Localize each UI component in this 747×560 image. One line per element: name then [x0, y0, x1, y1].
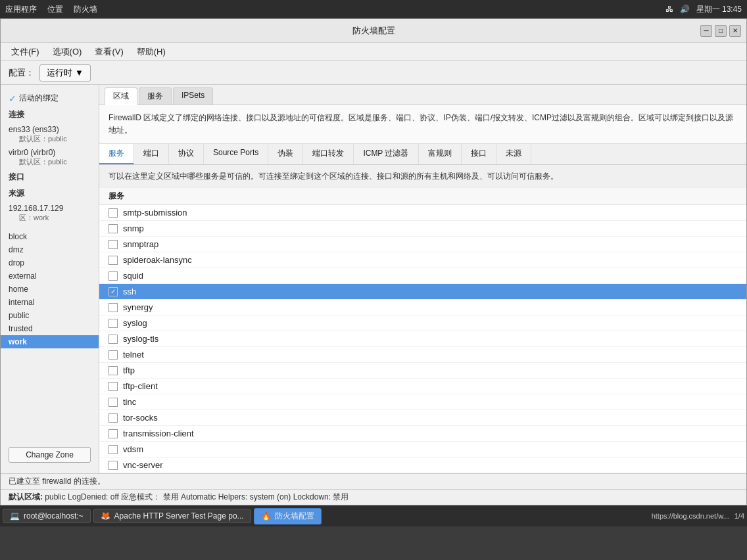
minimize-button[interactable]: ─	[700, 25, 712, 37]
taskbar-item-terminal[interactable]: 💻root@localhost:~	[3, 509, 91, 523]
zone-list: blockdmzdropexternalhomeinternalpublictr…	[1, 230, 99, 348]
service-checkbox-spideroak-lansync[interactable]	[108, 256, 118, 265]
sidebar-item-dmz[interactable]: dmz	[1, 243, 99, 256]
sub-tab-接口[interactable]: 接口	[462, 144, 496, 164]
apps-menu[interactable]: 应用程序	[5, 4, 37, 15]
taskbar-item-firewall[interactable]: 🔥防火墙配置	[254, 508, 322, 525]
sidebar-item-public[interactable]: public	[1, 309, 99, 322]
sub-tab-服务[interactable]: 服务	[99, 144, 134, 164]
service-checkbox-syslog[interactable]	[108, 319, 118, 328]
service-label-syslog-tls: syslog-tls	[123, 334, 158, 344]
toolbar: 配置： 运行时 ▼	[1, 61, 746, 85]
service-row-tor-socks[interactable]: tor-socks	[99, 410, 746, 426]
service-row-smtp-submission[interactable]: smtp-submission	[99, 205, 746, 221]
connection-status: 已建立至 firewalld 的连接。	[9, 477, 105, 486]
lockdown-label: Lockdown:	[293, 492, 331, 502]
source-zone-label: 区：work	[9, 213, 91, 223]
service-row-syslog[interactable]: syslog	[99, 315, 746, 331]
sidebar-item-virbr0[interactable]: virbr0 (virbr0) 默认区：public	[1, 146, 99, 169]
service-checkbox-smtp-submission[interactable]	[108, 208, 118, 218]
service-checkbox-telnet[interactable]	[108, 350, 118, 360]
tab-区域[interactable]: 区域	[105, 87, 137, 105]
service-row-telnet[interactable]: telnet	[99, 347, 746, 363]
window-title: 防火墙配置	[352, 25, 395, 37]
service-row-synergy[interactable]: synergy	[99, 300, 746, 315]
services-list: smtp-submissionsnmpsnmptrapspideroak-lan…	[99, 205, 746, 473]
firewall-menu[interactable]: 防火墙	[74, 4, 97, 15]
service-checkbox-snmptrap[interactable]	[108, 240, 118, 249]
runtime-button[interactable]: 运行时 ▼	[39, 64, 91, 82]
taskbar-right: https://blog.csdn.net/w... 1/4	[652, 512, 744, 520]
service-checkbox-vnc-server[interactable]	[108, 461, 118, 470]
service-checkbox-transmission-client[interactable]	[108, 429, 118, 438]
active-binding-icon: ✓	[9, 93, 16, 104]
service-checkbox-tftp-client[interactable]	[108, 382, 118, 391]
terminal-label: root@localhost:~	[24, 511, 84, 521]
service-checkbox-squid[interactable]	[108, 271, 118, 281]
sub-tab-端口转发[interactable]: 端口转发	[303, 144, 354, 164]
service-checkbox-vdsm[interactable]	[108, 445, 118, 454]
services-description: 可以在这里定义区域中哪些服务是可信的。可连接至绑定到这个区域的连接、接口和源的所…	[99, 165, 746, 188]
position-menu[interactable]: 位置	[47, 4, 63, 15]
sidebar: ✓ 活动的绑定 连接 ens33 (ens33) 默认区：public virb…	[1, 85, 99, 473]
service-checkbox-tinc[interactable]	[108, 398, 118, 407]
service-row-vnc-server[interactable]: vnc-server	[99, 457, 746, 473]
service-row-snmp[interactable]: snmp	[99, 221, 746, 237]
sidebar-item-work[interactable]: work	[1, 335, 99, 348]
firewall-label: 防火墙配置	[275, 511, 314, 522]
service-checkbox-synergy[interactable]	[108, 303, 118, 312]
service-checkbox-ssh[interactable]	[108, 287, 118, 296]
taskbar-item-apache[interactable]: 🦊Apache HTTP Server Test Page po...	[93, 509, 251, 523]
sidebar-item-external[interactable]: external	[1, 269, 99, 283]
menu-view[interactable]: 查看(V)	[89, 45, 128, 59]
service-row-vdsm[interactable]: vdsm	[99, 442, 746, 457]
service-label-transmission-client: transmission-client	[123, 429, 194, 438]
service-row-tinc[interactable]: tinc	[99, 394, 746, 410]
sidebar-source-ip[interactable]: 192.168.17.129 区：work	[1, 202, 99, 225]
sub-tab-富规则[interactable]: 富规则	[419, 144, 462, 164]
service-row-snmptrap[interactable]: snmptrap	[99, 237, 746, 252]
status-bar-bottom: 默认区域: public LogDenied: off 应急模式： 禁用 Aut…	[1, 489, 746, 505]
system-bar-right: 🖧 🔊 星期一 13:45	[665, 4, 742, 15]
service-checkbox-tftp[interactable]	[108, 366, 118, 375]
service-row-tftp[interactable]: tftp	[99, 363, 746, 379]
tab-服务[interactable]: 服务	[139, 87, 172, 105]
close-button[interactable]: ✕	[729, 25, 741, 37]
sub-tab-协议[interactable]: 协议	[169, 144, 204, 164]
maximize-button[interactable]: □	[715, 25, 727, 37]
menu-help[interactable]: 帮助(H)	[132, 45, 171, 59]
service-checkbox-snmp[interactable]	[108, 224, 118, 233]
service-row-spideroak-lansync[interactable]: spideroak-lansync	[99, 252, 746, 268]
service-checkbox-syslog-tls[interactable]	[108, 335, 118, 344]
tab-IPSets[interactable]: IPSets	[173, 87, 213, 105]
service-row-squid[interactable]: squid	[99, 268, 746, 284]
service-row-ssh[interactable]: ssh	[99, 284, 746, 300]
service-label-squid: squid	[123, 271, 143, 281]
service-label-synergy: synergy	[123, 302, 153, 312]
service-label-vdsm: vdsm	[123, 444, 143, 454]
sub-tab-端口[interactable]: 端口	[134, 144, 169, 164]
sidebar-item-home[interactable]: home	[1, 283, 99, 296]
sidebar-item-internal[interactable]: internal	[1, 296, 99, 309]
service-row-syslog-tls[interactable]: syslog-tls	[99, 331, 746, 347]
sub-tab-source-ports[interactable]: Source Ports	[204, 144, 268, 164]
service-label-telnet: telnet	[123, 350, 144, 360]
service-checkbox-tor-socks[interactable]	[108, 413, 118, 423]
service-row-tftp-client[interactable]: tftp-client	[99, 379, 746, 394]
menu-file[interactable]: 文件(F)	[6, 45, 45, 59]
sub-tab-伪装[interactable]: 伪装	[268, 144, 303, 164]
status-bar: 已建立至 firewalld 的连接。	[1, 473, 746, 489]
ens33-sub: 默认区：public	[9, 134, 91, 144]
virbr0-label: virbr0 (virbr0)	[9, 148, 91, 157]
change-zone-button[interactable]: Change Zone	[9, 447, 91, 463]
ens33-label: ens33 (ens33)	[9, 125, 91, 134]
sub-tab-icmp-过滤器[interactable]: ICMP 过滤器	[354, 144, 418, 164]
sidebar-item-block[interactable]: block	[1, 230, 99, 243]
sidebar-item-ens33[interactable]: ens33 (ens33) 默认区：public	[1, 123, 99, 146]
service-row-transmission-client[interactable]: transmission-client	[99, 426, 746, 442]
sub-tab-未源[interactable]: 未源	[496, 144, 531, 164]
sidebar-item-trusted[interactable]: trusted	[1, 322, 99, 335]
menu-options[interactable]: 选项(O)	[47, 45, 87, 59]
auto-helpers-label: Automatic Helpers:	[181, 492, 247, 502]
sidebar-item-drop[interactable]: drop	[1, 256, 99, 269]
